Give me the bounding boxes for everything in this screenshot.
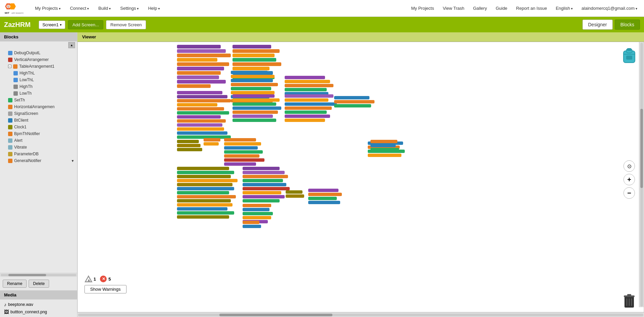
v-scroll-track: [640, 43, 643, 307]
error-indicator: ✕ 5: [99, 275, 111, 283]
designer-button[interactable]: Designer: [582, 20, 613, 30]
textbox-icon: [13, 85, 18, 89]
nav-my-projects[interactable]: My Projects: [32, 4, 64, 12]
scroll-up-button[interactable]: ▲: [68, 42, 75, 48]
block-cluster-17: [286, 190, 304, 198]
block-cluster-9: [177, 140, 202, 151]
horizontal-scrollbar[interactable]: [77, 312, 644, 317]
h-scroll-thumb[interactable]: [219, 314, 332, 316]
my-projects-chevron: [59, 6, 61, 11]
sidebar-item-setth[interactable]: SetTh: [0, 97, 77, 103]
trash-icon[interactable]: [623, 293, 635, 309]
table-icon: [13, 64, 17, 69]
media-item-buttton-connect[interactable]: 🖼 buttton_connect.png: [0, 308, 77, 316]
blocks-list: DebugOutputL VerticalArrangemer − TableA…: [0, 49, 77, 273]
sidebar-h-scrollbar[interactable]: [0, 273, 77, 277]
nav-view-trash[interactable]: View Trash: [439, 4, 468, 12]
svg-rect-14: [627, 48, 632, 51]
v-scroll-thumb[interactable]: [640, 109, 643, 188]
right-controls: ⊙ + −: [619, 45, 639, 309]
sidebar-item-btclient[interactable]: BtClient: [0, 117, 77, 124]
sidebar-item-tablearrangement1[interactable]: − TableArrangement1: [0, 63, 77, 70]
h-scroll-track: [78, 314, 643, 316]
sidebar-item-horizontalarrangemer[interactable]: HorizontalArrangemen: [0, 103, 77, 110]
app-logo[interactable]: MIT APP INVENTOR: [3, 2, 24, 15]
rename-button[interactable]: Rename: [3, 280, 27, 288]
delete-button[interactable]: Delete: [29, 280, 49, 288]
sidebar-item-bpmthnotifier[interactable]: BpmThNotifier: [0, 130, 77, 137]
nav-guide[interactable]: Guide: [492, 4, 511, 12]
nav-settings[interactable]: Settings: [117, 4, 142, 12]
block-cluster-13: [370, 140, 399, 151]
sidebar-item-signalscreen[interactable]: SignalScreen: [0, 110, 77, 117]
viewer-body: ▲ 1 ✕ 5: [77, 42, 644, 312]
logo-svg: MIT APP INVENTOR: [3, 2, 24, 15]
audio-file-icon: ♪: [4, 302, 6, 307]
sidebar-item-lowth[interactable]: LowTh: [0, 90, 77, 97]
blocks-button[interactable]: Blocks: [615, 20, 640, 30]
notifier-icon: [8, 132, 12, 136]
vertical-scrollbar[interactable]: [639, 42, 644, 307]
error-count: 5: [108, 277, 111, 282]
screen-selector[interactable]: Screen1 ▾: [39, 21, 65, 29]
warning-count: 1: [94, 277, 96, 282]
collapse-icon[interactable]: −: [8, 65, 11, 68]
svg-rect-19: [627, 294, 631, 296]
viewer-header: Viewer: [77, 32, 644, 42]
sidebar-item-lowthl[interactable]: LowThL: [0, 76, 77, 83]
media-section-header: Media: [0, 290, 77, 299]
nav-connect[interactable]: Connect: [67, 4, 92, 12]
label-icon3: [13, 78, 18, 82]
sidebar-item-clock1[interactable]: Clock1: [0, 124, 77, 130]
sidebar-item-highth[interactable]: HighTh: [0, 83, 77, 90]
warning-icons-row: ▲ 1 ✕ 5: [84, 275, 111, 283]
sidebar-actions: Rename Delete: [0, 277, 77, 290]
label-icon: [8, 51, 12, 55]
fit-to-screen-button[interactable]: ⊙: [623, 160, 635, 172]
sidebar-item-highthl[interactable]: HighThL: [0, 70, 77, 76]
warning-indicator: ▲ 1: [84, 275, 96, 283]
user-chevron: [636, 6, 637, 11]
show-warnings-button[interactable]: Show Warnings: [84, 285, 127, 293]
textbox-icon2: [13, 91, 18, 96]
sidebar-item-alert[interactable]: Alert: [0, 137, 77, 144]
nav-my-projects-right[interactable]: My Projects: [408, 4, 437, 12]
sidebar-scroll-top: ▲: [0, 41, 77, 49]
sidebar-item-verticalarrangemer[interactable]: VerticalArrangemer: [0, 56, 77, 63]
nav-user[interactable]: alaindomercq1@gmail.com: [578, 4, 641, 12]
sidebar-scroll-thumb[interactable]: [8, 274, 46, 276]
block-cluster-1: [177, 45, 231, 88]
nav-report-issue[interactable]: Report an Issue: [513, 4, 550, 12]
image-file-icon: 🖼: [4, 309, 9, 315]
add-screen-button[interactable]: Add Screen...: [68, 20, 103, 29]
connect-chevron: [87, 6, 89, 11]
svg-rect-15: [626, 56, 632, 60]
nav-language[interactable]: English: [552, 4, 576, 12]
sidebar-item-debugoutputl[interactable]: DebugOutputL: [0, 50, 77, 56]
project-title: ZazHRM: [4, 21, 31, 29]
sidebar: Blocks ▲ DebugOutputL VerticalArrangemer…: [0, 32, 77, 317]
nav-help[interactable]: Help: [145, 4, 163, 12]
sidebar-item-vibrate[interactable]: Vibrate: [0, 144, 77, 151]
error-icon: ✕: [99, 275, 107, 283]
settings-chevron: [137, 6, 139, 11]
block-cluster-8: [334, 96, 374, 107]
remove-screen-button[interactable]: Remove Screen: [106, 20, 146, 29]
help-chevron: [158, 6, 160, 11]
bt-icon: [8, 118, 12, 123]
sidebar-item-parameterdb[interactable]: ParameterDB: [0, 151, 77, 157]
sidebar-item-generalnotifier[interactable]: GeneralNotifier ▼: [0, 157, 77, 164]
zoom-in-button[interactable]: +: [623, 174, 635, 185]
sidebar-scroll-track: [1, 274, 76, 276]
nav-gallery[interactable]: Gallery: [470, 4, 490, 12]
media-item-beeptone[interactable]: ♪ beeptone.wav: [0, 301, 77, 308]
button-icon: [8, 98, 12, 102]
svg-text:APP INVENTOR: APP INVENTOR: [11, 12, 24, 14]
backpack-icon[interactable]: [619, 45, 639, 66]
block-cluster-15: [243, 167, 290, 202]
zoom-out-button[interactable]: −: [623, 187, 635, 199]
blocks-canvas[interactable]: ▲ 1 ✕ 5: [77, 42, 644, 312]
zoom-controls: ⊙ + −: [623, 160, 635, 199]
nav-build[interactable]: Build: [95, 4, 114, 12]
svg-text:▲: ▲: [87, 278, 91, 282]
